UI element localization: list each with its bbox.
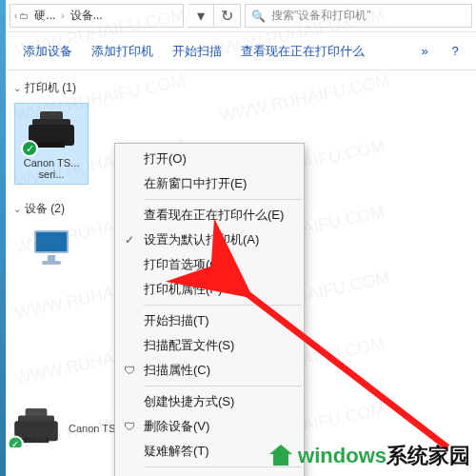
watermark-logo: windows系统家园 (269, 442, 470, 470)
context-menu: 打开(O) 在新窗口中打开(E) 查看现在正在打印什么(E) ✓设置为默认打印机… (114, 143, 305, 476)
group-devices-label: 设备 (2) (25, 201, 65, 217)
printer-icon: ✓ (25, 108, 78, 153)
shield-icon: 🛡 (121, 364, 138, 377)
breadcrumb[interactable]: ‹ 🗀 硬... › 设备... (10, 4, 184, 28)
chevron-right-icon: › (61, 10, 64, 21)
breadcrumb-seg-2[interactable]: 设备... (67, 8, 107, 24)
folder-icon: 🗀 (19, 10, 29, 21)
house-icon (269, 445, 292, 467)
ctx-properties[interactable]: 属性(R) (115, 470, 304, 476)
ctx-create-shortcut[interactable]: 创建快捷方式(S) (115, 389, 304, 414)
cmd-add-printer[interactable]: 添加打印机 (82, 35, 163, 68)
chevron-left-icon: ‹ (14, 10, 17, 21)
chevron-down-icon: ⌄ (13, 83, 21, 93)
ctx-scan-properties[interactable]: 🛡扫描属性(C) (115, 358, 304, 383)
ctx-printer-properties[interactable]: 打印机属性(P) (115, 277, 304, 302)
device-tile-label: Canon TS... seri... (19, 157, 84, 180)
path-dropdown-button[interactable]: ▾ (188, 4, 214, 28)
search-placeholder: 搜索"设备和打印机" (271, 8, 371, 24)
refresh-icon: ↻ (221, 7, 233, 25)
group-printers[interactable]: ⌄ 打印机 (1) (10, 76, 472, 100)
breadcrumb-seg-1[interactable]: 硬... (30, 8, 59, 24)
cmd-overflow[interactable]: » (411, 38, 438, 65)
chevron-down-icon: ▾ (197, 7, 205, 25)
ctx-scan-profiles[interactable]: 扫描配置文件(S) (115, 333, 304, 358)
ctx-set-default[interactable]: ✓设置为默认打印机(A) (115, 228, 304, 252)
cmd-start-scan[interactable]: 开始扫描 (163, 35, 231, 68)
device-tile-pc[interactable] (15, 225, 88, 278)
group-printers-label: 打印机 (1) (25, 80, 76, 96)
printer-icon: ✓ (10, 405, 61, 447)
ctx-print-prefs[interactable]: 打印首选项(G) (115, 252, 304, 277)
chevron-down-icon: ⌄ (13, 204, 21, 214)
device-tile-printer[interactable]: ✓ Canon TS... seri... (15, 104, 88, 184)
ctx-start-scan[interactable]: 开始扫描(T) (115, 308, 304, 333)
command-bar: 添加设备 添加打印机 开始扫描 查看现在正在打印什么 » ? (6, 32, 476, 70)
ctx-open[interactable]: 打开(O) (115, 147, 304, 171)
search-icon: 🔍 (251, 10, 266, 23)
default-check-icon: ✓ (8, 436, 24, 448)
search-input[interactable]: 🔍 搜索"设备和打印机" (245, 4, 472, 28)
ctx-delete-device[interactable]: 🛡删除设备(V) (115, 414, 304, 439)
ctx-open-new-window[interactable]: 在新窗口中打开(E) (115, 171, 304, 196)
cmd-add-device[interactable]: 添加设备 (13, 35, 82, 68)
cmd-see-printing[interactable]: 查看现在正在打印什么 (231, 35, 374, 68)
default-check-icon: ✓ (21, 140, 38, 157)
monitor-icon (29, 228, 74, 270)
check-icon: ✓ (121, 233, 138, 247)
ctx-see-printing[interactable]: 查看现在正在打印什么(E) (115, 203, 304, 228)
refresh-button[interactable]: ↻ (214, 4, 241, 28)
cmd-help[interactable]: ? (442, 38, 468, 65)
shield-icon: 🛡 (121, 420, 138, 433)
